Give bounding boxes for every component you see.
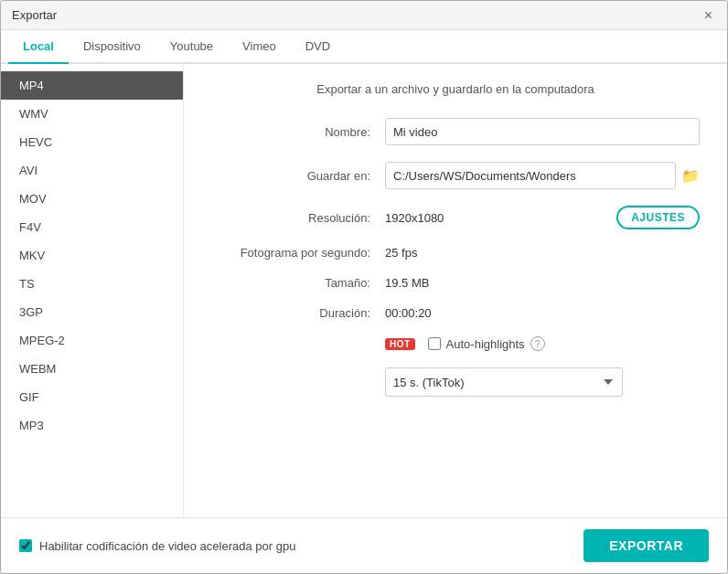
sidebar-item-mpeg2[interactable]: MPEG-2 (1, 326, 183, 355)
tab-bar: Local Dispositivo Youtube Vimeo DVD (1, 30, 727, 64)
tab-dispositivo[interactable]: Dispositivo (69, 30, 155, 64)
sidebar-item-mp3[interactable]: MP3 (1, 411, 183, 440)
nombre-label: Nombre: (211, 125, 385, 139)
sidebar: MP4 WMV HEVC AVI MOV F4V MKV TS 3GP MPEG… (1, 64, 184, 517)
dropdown-row: 15 s. (TikTok) 30 s. 60 s. Custom (211, 367, 700, 397)
gpu-checkbox[interactable] (19, 539, 32, 552)
tab-dvd[interactable]: DVD (291, 30, 345, 64)
tab-vimeo[interactable]: Vimeo (228, 30, 291, 64)
resolucion-row: Resolución: 1920x1080 AJUSTES (211, 206, 700, 229)
sidebar-item-mp4[interactable]: MP4 (1, 71, 183, 100)
ajustes-button[interactable]: AJUSTES (616, 206, 700, 229)
guardar-row: Guardar en: 📁 (211, 162, 700, 189)
main-content: MP4 WMV HEVC AVI MOV F4V MKV TS 3GP MPEG… (1, 64, 727, 517)
resolution-row: 1920x1080 AJUSTES (385, 206, 700, 229)
help-icon-text: ? (535, 338, 541, 349)
sidebar-item-3gp[interactable]: 3GP (1, 298, 183, 326)
duracion-row: Duración: 00:00:20 (211, 306, 700, 320)
folder-button[interactable]: 📁 (681, 167, 700, 185)
nombre-input[interactable] (385, 118, 700, 145)
sidebar-item-wmv[interactable]: WMV (1, 100, 183, 128)
resolucion-label: Resolución: (211, 211, 385, 225)
tamano-row: Tamaño: 19.5 MB (211, 276, 700, 290)
sidebar-item-f4v[interactable]: F4V (1, 213, 183, 241)
sidebar-item-ts[interactable]: TS (1, 270, 183, 298)
sidebar-item-mkv[interactable]: MKV (1, 241, 183, 270)
footer: Habilitar codificación de video acelerad… (1, 517, 727, 573)
auto-highlights-label: Auto-highlights (446, 337, 525, 351)
export-window: Exportar × Local Dispositivo Youtube Vim… (0, 0, 728, 574)
path-row: 📁 (385, 162, 700, 189)
nombre-row: Nombre: (211, 118, 700, 145)
export-button[interactable]: EXPORTAR (583, 529, 709, 562)
hot-badge: HOT (385, 338, 415, 350)
duracion-value: 00:00:20 (385, 306, 432, 320)
guardar-label: Guardar en: (211, 169, 385, 183)
close-button[interactable]: × (701, 6, 716, 25)
sidebar-item-hevc[interactable]: HEVC (1, 128, 183, 156)
auto-highlights-row: HOT Auto-highlights ? (211, 336, 700, 351)
help-icon[interactable]: ? (530, 336, 545, 351)
duracion-label: Duración: (211, 306, 385, 320)
fotograma-row: Fotograma por segundo: 25 fps (211, 246, 700, 260)
highlights-dropdown[interactable]: 15 s. (TikTok) 30 s. 60 s. Custom (385, 367, 623, 397)
tamano-label: Tamaño: (211, 276, 385, 290)
tamano-value: 19.5 MB (385, 276, 429, 290)
auto-highlights-container: HOT Auto-highlights ? (385, 336, 545, 351)
tab-youtube[interactable]: Youtube (155, 30, 228, 64)
sidebar-item-webm[interactable]: WEBM (1, 355, 183, 383)
gpu-label: Habilitar codificación de video acelerad… (39, 539, 295, 553)
title-bar: Exportar × (1, 1, 727, 30)
resolution-value: 1920x1080 (385, 211, 616, 225)
export-description: Exportar a un archivo y guardarlo en la … (211, 82, 700, 96)
auto-highlights-checkbox[interactable] (428, 337, 441, 350)
gpu-row: Habilitar codificación de video acelerad… (19, 539, 295, 553)
path-input[interactable] (385, 162, 676, 189)
sidebar-item-gif[interactable]: GIF (1, 383, 183, 411)
fotograma-label: Fotograma por segundo: (211, 246, 385, 260)
fotograma-value: 25 fps (385, 246, 417, 260)
window-title: Exportar (12, 8, 57, 22)
content-area: Exportar a un archivo y guardarlo en la … (184, 64, 727, 517)
tab-local[interactable]: Local (8, 30, 69, 64)
sidebar-item-mov[interactable]: MOV (1, 185, 183, 213)
sidebar-item-avi[interactable]: AVI (1, 156, 183, 185)
folder-icon: 📁 (681, 168, 700, 184)
